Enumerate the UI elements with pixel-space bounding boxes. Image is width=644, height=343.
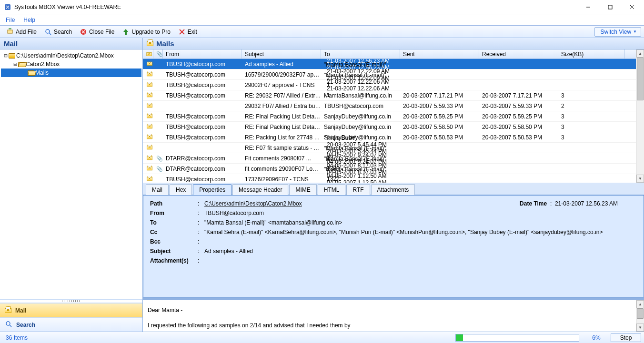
row-attachment: 📎 [153, 155, 163, 162]
sidebar-btn-mail[interactable]: Mail [0, 303, 142, 317]
body-line-1: Dear Mamta - [148, 307, 631, 314]
scroll-up-button[interactable]: ▲ [636, 49, 644, 58]
mail-row[interactable]: TBUSH@catocorp.com17376/29096F07 - TCNS"… [143, 174, 636, 183]
row-icon [143, 124, 153, 130]
row-received: 20-03-2007 5.58.50 PM [479, 124, 558, 130]
upgrade-label: Upgrade to Pro [131, 29, 170, 35]
toolbar: + Add File Search Close File Upgrade to … [0, 26, 644, 38]
scroll-down-button[interactable]: ▼ [636, 175, 644, 183]
tab-message-header[interactable]: Message Header [232, 184, 288, 195]
scroll-down-button[interactable]: ▼ [636, 323, 644, 332]
detail-cc-value: "Kamal Sehra (E-mail)" <KamalSehra@lifun… [204, 229, 637, 235]
add-file-button[interactable]: + Add File [3, 27, 40, 37]
col-icon[interactable] [143, 49, 153, 59]
tab-rtf[interactable]: RTF [346, 184, 370, 195]
row-received: 20-03-2007 5.59.25 PM [479, 113, 558, 120]
exit-button[interactable]: Exit [175, 27, 201, 37]
row-sent: 20-03-2007 5.58.50 PM [400, 124, 479, 130]
tab-mail[interactable]: Mail [146, 184, 169, 195]
menu-file[interactable]: File [6, 17, 15, 23]
status-item-count: 36 Items [3, 334, 455, 341]
row-subject: RE: Packing List for 27748 S0... [242, 134, 321, 141]
row-to: TBUSH@catocorp.com [321, 103, 400, 109]
mail-row[interactable]: TBUSH@catocorp.comRE: 29032 F07/ Allied … [143, 90, 636, 101]
collapse-icon[interactable]: ⊟ [3, 52, 9, 59]
col-from[interactable]: From [163, 49, 242, 59]
detail-to-value: "Mamta Bansal (E-mail)" <mamtabansal@lif… [204, 219, 637, 226]
mail-row[interactable]: 29032 F07/ Allied / Extra butt...TBUSH@c… [143, 101, 636, 111]
row-to: SanjayDubey@lifung.co.in [321, 113, 400, 120]
mail-icon [147, 41, 153, 46]
row-size: 2 [558, 103, 625, 109]
grid-scrollbar[interactable]: ▲ ▼ [636, 49, 644, 183]
svg-point-7 [46, 29, 50, 33]
sidebar-btn-search-label: Search [16, 322, 35, 328]
row-icon [143, 155, 153, 162]
col-to[interactable]: To [321, 49, 400, 59]
tab-properties[interactable]: Properties [193, 184, 231, 195]
row-to: MamtaBansal@lifung.co.in [321, 92, 400, 99]
upgrade-button[interactable]: Upgrade to Pro [119, 27, 173, 37]
envelope-icon [147, 103, 152, 108]
add-file-icon: + [6, 28, 14, 36]
progress-fill [456, 334, 463, 341]
attachment-icon: 📎 [156, 156, 163, 161]
col-size[interactable]: Size(KB) [558, 49, 625, 59]
col-subject[interactable]: Subject [242, 49, 321, 59]
mail-row[interactable]: TBUSH@catocorp.com29002F07 approval - TC… [143, 80, 636, 90]
switch-view-label: Switch View [601, 29, 631, 35]
mail-row[interactable]: TBUSH@catocorp.comRE: Final Packing List… [143, 111, 636, 122]
sidebar-grip[interactable] [0, 299, 142, 303]
detail-from-label: From [150, 210, 198, 216]
row-to: SanjayDubey@lifung.co.in [321, 124, 400, 130]
row-size: 3 [558, 124, 625, 130]
envelope-icon [147, 82, 152, 87]
tree-child-label: Caton2.Mbox [25, 61, 60, 68]
exit-icon [178, 28, 186, 36]
collapse-icon[interactable]: ⊟ [12, 61, 18, 68]
col-attachment[interactable]: 📎 [153, 49, 163, 59]
row-icon [143, 92, 153, 99]
body-scrollbar[interactable]: ▲ ▼ [636, 300, 644, 332]
search-label: Search [54, 29, 72, 35]
col-received[interactable]: Received [479, 49, 558, 59]
search-button[interactable]: Search [41, 27, 75, 37]
detail-subject-label: Subject [150, 248, 198, 255]
tab-hex[interactable]: Hex [170, 184, 192, 195]
row-subject: Fit comments 29080f07 ... [242, 155, 321, 162]
menu-help[interactable]: Help [23, 17, 35, 23]
row-from: TBUSH@catocorp.com [163, 82, 242, 88]
svg-point-18 [6, 322, 10, 325]
close-button[interactable] [621, 0, 643, 14]
row-size: 3 [558, 134, 625, 141]
mail-grid[interactable]: 📎 From Subject To Sent Received Size(KB)… [143, 49, 636, 183]
tab-mime[interactable]: MIME [289, 184, 316, 195]
scroll-thumb[interactable] [637, 58, 644, 100]
tab-html[interactable]: HTML [318, 184, 346, 195]
search-icon [44, 28, 52, 36]
maximize-button[interactable] [599, 0, 621, 14]
row-subject: 29002F07 approval - TCNS [242, 82, 321, 88]
row-from: TBUSH@catocorp.com [163, 71, 242, 78]
tree-root[interactable]: ⊟ C:\Users\admin\Desktop\Caton2.Mbox [1, 51, 141, 60]
window-title: SysTools MBOX Viewer v4.0-FREEWARE [14, 4, 577, 10]
detail-bcc-value [204, 238, 637, 245]
scroll-thumb[interactable] [637, 308, 644, 319]
stop-button[interactable]: Stop [611, 333, 641, 342]
tab-attachments[interactable]: Attachments [371, 184, 415, 195]
switch-view-button[interactable]: Switch View ▼ [594, 27, 641, 37]
tree-child[interactable]: ⊟ Caton2.Mbox [1, 60, 141, 69]
envelope-icon [147, 72, 152, 76]
row-received: 04-05-2007 1.12.50 AM [324, 179, 400, 183]
mail-detail-pane: Path : C:\Users\admin\Desktop\Caton2.Mbo… [143, 195, 644, 297]
mail-row[interactable]: TBUSH@catocorp.comRE: Final Packing List… [143, 122, 636, 132]
col-sent[interactable]: Sent [400, 49, 479, 59]
folder-tree[interactable]: ⊟ C:\Users\admin\Desktop\Caton2.Mbox ⊟ C… [0, 49, 142, 299]
tree-leaf-mails[interactable]: Mails [1, 69, 141, 77]
attachment-icon: 📎 [156, 51, 163, 57]
close-file-button[interactable]: Close File [76, 27, 118, 37]
scroll-up-button[interactable]: ▲ [636, 300, 644, 308]
sidebar-btn-search[interactable]: Search [0, 317, 142, 332]
minimize-button[interactable] [577, 0, 599, 14]
detail-datetime-value: 21-03-2007 12.56.23 AM [555, 200, 618, 207]
